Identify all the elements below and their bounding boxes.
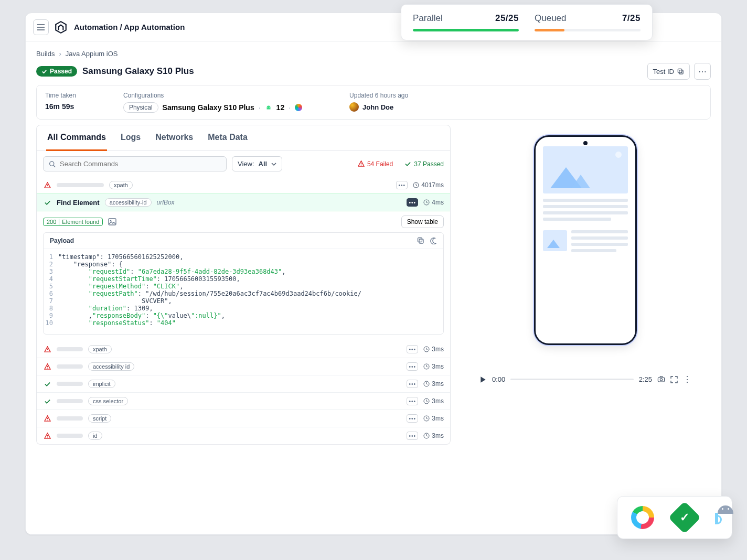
check-icon xyxy=(41,69,47,74)
command-row-expanded[interactable]: Find Element accessibility-id urlBox •••… xyxy=(37,193,450,211)
duration: 3ms xyxy=(432,415,444,422)
locator-chip: css selector xyxy=(88,397,128,405)
row-more-button[interactable]: ••• xyxy=(407,397,418,405)
command-name: Find Element xyxy=(57,199,100,207)
command-row[interactable]: xpath ••• 4017ms xyxy=(37,177,450,193)
test-id-button[interactable]: Test ID xyxy=(647,63,690,80)
row-more-button[interactable]: ••• xyxy=(396,181,408,189)
row-more-button[interactable]: ••• xyxy=(407,414,418,423)
command-row[interactable]: implicit•••3ms xyxy=(37,375,450,392)
warning-icon xyxy=(43,415,51,422)
svg-point-2 xyxy=(267,107,268,108)
warning-icon xyxy=(43,433,51,439)
tab-all-commands[interactable]: All Commands xyxy=(46,125,107,151)
command-row[interactable]: css selector•••3ms xyxy=(37,392,450,410)
tab-meta-data[interactable]: Meta Data xyxy=(207,125,249,151)
status-pill: 200 Element found xyxy=(43,218,103,226)
more-actions-button[interactable]: ⋯ xyxy=(694,63,711,80)
status-badge: Passed xyxy=(36,66,77,77)
duration: 4017ms xyxy=(421,181,444,189)
duration: 3ms xyxy=(432,346,444,353)
svg-rect-10 xyxy=(418,238,422,242)
copy-icon xyxy=(677,68,684,75)
clock-icon xyxy=(423,433,430,439)
svg-rect-1 xyxy=(678,69,681,72)
test-id-label: Test ID xyxy=(653,68,674,76)
video-player: 0:00 2:25 ⋮ xyxy=(475,374,696,384)
framework-check-icon: ✓ xyxy=(668,501,701,534)
command-row[interactable]: accessibility id•••3ms xyxy=(37,358,450,375)
status-label: Passed xyxy=(50,68,72,75)
row-more-button[interactable]: ••• xyxy=(407,345,418,353)
device-name: Samsung Galaxy S10 Plus xyxy=(163,103,254,112)
duration: 3ms xyxy=(432,363,444,370)
clock-icon xyxy=(413,182,419,188)
clock-icon xyxy=(423,199,430,206)
player-more-button[interactable]: ⋮ xyxy=(683,374,691,384)
search-input[interactable] xyxy=(43,156,227,171)
tab-networks[interactable]: Networks xyxy=(154,125,194,151)
chevron-right-icon: › xyxy=(59,50,61,58)
clock-icon xyxy=(423,363,430,370)
identifier: urlBox xyxy=(157,199,175,206)
check-icon xyxy=(43,381,51,387)
svg-point-4 xyxy=(50,161,54,166)
show-table-button[interactable]: Show table xyxy=(401,216,444,228)
locator-chip: script xyxy=(88,414,111,423)
time-current: 0:00 xyxy=(492,375,505,383)
duration: 4ms xyxy=(432,199,444,206)
clock-icon xyxy=(423,381,430,387)
row-more-button[interactable]: ••• xyxy=(407,432,418,440)
camera-icon[interactable] xyxy=(657,375,665,383)
warning-icon xyxy=(43,182,51,189)
command-row[interactable]: xpath•••3ms xyxy=(37,341,450,358)
updated-label: Updated 6 hours ago xyxy=(349,92,408,99)
tabs: All Commands Logs Networks Meta Data xyxy=(37,125,450,151)
time-total: 2:25 xyxy=(639,375,652,383)
row-more-button[interactable]: ••• xyxy=(407,362,418,371)
svg-point-3 xyxy=(269,107,270,108)
locator-chip: xpath xyxy=(109,181,133,189)
warning-icon xyxy=(358,160,365,167)
command-row[interactable]: id•••3ms xyxy=(37,427,450,444)
breadcrumb-leaf: Java Appium iOS xyxy=(66,50,118,58)
video-track[interactable] xyxy=(510,379,633,380)
duration: 3ms xyxy=(432,397,444,405)
payload-panel: Payload 1"timestamp": 170566560162525200… xyxy=(43,232,444,335)
locator-chip: xpath xyxy=(88,345,112,353)
check-icon xyxy=(43,398,51,405)
hamburger-icon xyxy=(37,24,45,30)
hamburger-menu-button[interactable] xyxy=(33,19,49,35)
physical-chip: Physical xyxy=(123,102,158,113)
search-icon xyxy=(49,160,56,168)
play-button[interactable] xyxy=(479,376,487,383)
svg-rect-0 xyxy=(679,70,683,73)
payload-title: Payload xyxy=(50,237,74,244)
warning-icon xyxy=(43,346,51,353)
frameworks-float-card: ✓ xyxy=(617,496,732,539)
framework-swirl-icon xyxy=(631,506,654,529)
breadcrumb-root[interactable]: Builds xyxy=(36,50,55,58)
command-row[interactable]: script•••3ms xyxy=(37,410,450,427)
locator-chip: id xyxy=(88,432,102,440)
copy-icon[interactable] xyxy=(417,237,424,244)
screenshot-icon[interactable] xyxy=(108,218,116,226)
fullscreen-icon[interactable] xyxy=(670,376,678,383)
search-field[interactable] xyxy=(60,160,221,168)
android-icon xyxy=(265,104,272,111)
theme-icon[interactable] xyxy=(430,237,437,244)
tab-logs[interactable]: Logs xyxy=(120,125,142,151)
view-filter-button[interactable]: View: All xyxy=(232,156,282,171)
row-more-button[interactable]: ••• xyxy=(407,380,418,388)
clock-icon xyxy=(423,346,430,352)
queued-value: 7/25 xyxy=(622,13,641,24)
time-taken-value: 16m 59s xyxy=(45,102,76,111)
check-icon xyxy=(404,160,411,167)
svg-rect-7 xyxy=(109,219,116,225)
os-version: 12 xyxy=(276,103,285,112)
browser-icon xyxy=(295,104,302,111)
row-more-button[interactable]: ••• xyxy=(407,198,418,207)
locator-chip: accessibility-id xyxy=(105,198,152,207)
avatar xyxy=(349,102,359,112)
parallel-label: Parallel xyxy=(413,13,443,24)
